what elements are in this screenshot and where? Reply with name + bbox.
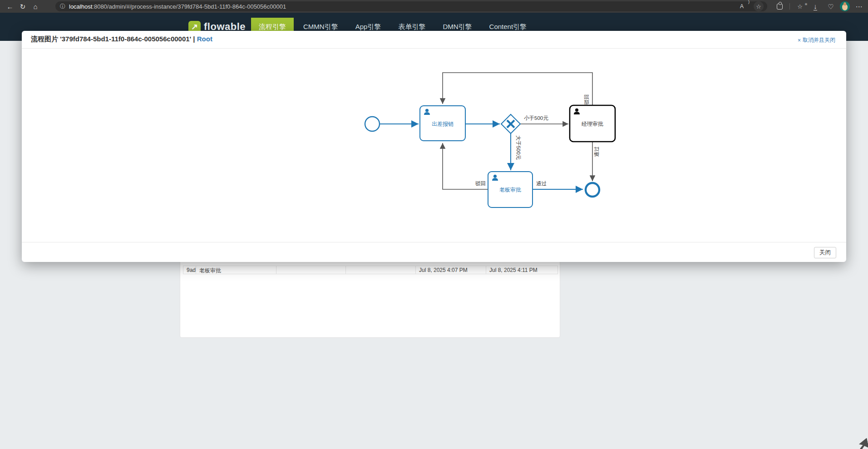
refresh-icon[interactable]: ↻ — [16, 1, 29, 12]
close-x-icon: × — [798, 37, 801, 44]
puzzle-glyph — [777, 4, 783, 10]
address-bar[interactable]: ⓘ localhost:8080/admin/#/process-instanc… — [55, 1, 767, 11]
site-info-icon[interactable]: ⓘ — [60, 3, 65, 10]
favorites-bar-icon[interactable]: ☆ — [794, 1, 806, 12]
close-button[interactable]: 关闭 — [814, 247, 836, 258]
home-icon[interactable]: ⌂ — [29, 1, 42, 12]
modal-footer: 关闭 — [22, 242, 846, 262]
bpmn-diagram: 小于500元 大于500元 驳回 通过 驳回 通过 出差报销 经理审批 老板审批 — [22, 49, 846, 242]
start-event — [365, 117, 380, 131]
task-start-cell: Jul 8, 2025 4:07 PM — [416, 266, 486, 274]
task-id-cell: 9ad5… — [183, 266, 196, 274]
label-less-than-500: 小于500元 — [524, 115, 548, 121]
task-expense-label: 出差报销 — [432, 121, 454, 127]
star-glyph: ☆ — [756, 3, 761, 10]
modal-title-text: 流程图片 '379fd784-5bd1-11f0-864c-005056c000… — [31, 35, 195, 43]
read-aloud-icon[interactable]: A — [736, 1, 749, 12]
url-text[interactable]: localhost:8080/admin/#/process-instance/… — [69, 3, 736, 10]
label-pass-bottom: 通过 — [536, 181, 547, 186]
settings-more-icon[interactable]: ⋯ — [853, 1, 865, 12]
toolbar-divider — [789, 3, 790, 10]
modal-header: 流程图片 '379fd784-5bd1-11f0-864c-005056c000… — [22, 31, 846, 49]
downloads-icon[interactable]: ↓ — [809, 1, 822, 12]
end-event — [586, 183, 599, 197]
extensions-icon[interactable] — [773, 1, 786, 12]
browser-toolbar: ← ↻ ⌂ ⓘ localhost:8080/admin/#/process-i… — [0, 0, 868, 13]
browser-essentials-icon[interactable]: ♡ — [824, 1, 837, 12]
diagram-canvas: 小于500元 大于500元 驳回 通过 驳回 通过 出差报销 经理审批 老板审批 — [22, 49, 846, 242]
profile-avatar[interactable] — [840, 1, 850, 11]
cancel-and-close-link[interactable]: ×取消并且关闭 — [798, 36, 835, 44]
url-host: localhost — [69, 3, 92, 10]
task-col3-cell — [276, 266, 346, 274]
task-name-cell: 老板审批 — [196, 266, 276, 274]
download-glyph: ↓ — [814, 3, 817, 10]
mouse-cursor — [858, 438, 868, 449]
label-greater-than-500: 大于500元 — [516, 135, 521, 160]
url-path: :8080/admin/#/process-instance/379fd784-… — [92, 3, 286, 10]
back-icon[interactable]: ← — [4, 1, 16, 12]
root-link[interactable]: Root — [197, 35, 212, 43]
label-reject-top: 驳回 — [584, 94, 589, 105]
cancel-label: 取消并且关闭 — [803, 36, 835, 44]
task-manager-label: 经理审批 — [582, 121, 603, 127]
task-col4-cell — [346, 266, 416, 274]
modal-title: 流程图片 '379fd784-5bd1-11f0-864c-005056c000… — [31, 35, 212, 44]
task-boss-label: 老板审批 — [499, 187, 521, 193]
favorite-star-icon[interactable]: ☆ — [754, 1, 764, 11]
flow-manager-reject-loop — [443, 73, 592, 105]
label-pass-right: 通过 — [594, 147, 599, 157]
label-reject-bottom: 驳回 — [475, 181, 486, 186]
task-end-cell: Jul 8, 2025 4:11 PM — [486, 266, 558, 274]
process-diagram-modal: 流程图片 '379fd784-5bd1-11f0-864c-005056c000… — [22, 31, 846, 262]
table-row[interactable]: 9ad5… 老板审批 Jul 8, 2025 4:07 PM Jul 8, 20… — [183, 266, 558, 274]
